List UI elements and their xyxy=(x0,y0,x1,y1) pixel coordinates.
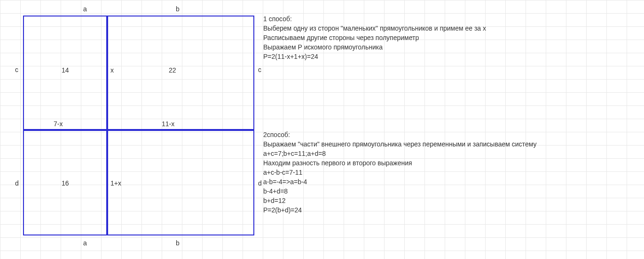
label-c-left: c xyxy=(15,66,18,73)
method-2-line-5: a-b=-4=>a=b-4 xyxy=(263,177,536,186)
method-1-text: 1 способ: Выберем одну из сторон "малень… xyxy=(263,14,486,61)
label-c-right: c xyxy=(258,66,261,73)
method-1-line-1: Выберем одну из сторон "маленьких" прямо… xyxy=(263,24,486,33)
method-2-line-7: b+d=12 xyxy=(263,196,536,205)
method-2-line-6: b-4+d=8 xyxy=(263,186,536,196)
method-2-title: 2способ: xyxy=(263,130,536,139)
method-1-line-3: Выражаем Р искомого прямоугольника xyxy=(263,42,486,52)
rect-top-right xyxy=(107,16,254,130)
method-2-line-3: Находим разность первого и второго выраж… xyxy=(263,158,536,168)
label-x: x xyxy=(110,66,114,74)
method-2-line-2: a+c=7;b+c=11;a+d=8 xyxy=(263,149,536,158)
method-1-line-4: Р=2(11-х+1+х)=24 xyxy=(263,52,486,61)
label-value-14: 14 xyxy=(62,66,69,74)
label-value-16: 16 xyxy=(62,179,69,187)
label-b-top: b xyxy=(176,5,180,13)
rect-bottom-right xyxy=(107,130,254,235)
label-a-top: a xyxy=(83,5,87,13)
label-d-right: d xyxy=(258,179,262,187)
label-b-bottom: b xyxy=(176,239,180,247)
method-2-line-8: P=2(b+d)=24 xyxy=(263,205,536,215)
label-11-minus-x: 11-x xyxy=(162,120,174,128)
label-7-minus-x: 7-x xyxy=(54,120,63,128)
method-2-text: 2способ: Выражаем "части" внешнего прямо… xyxy=(263,130,536,215)
method-2-line-4: a+c-b-c=7-11 xyxy=(263,168,536,177)
label-value-22: 22 xyxy=(169,66,176,74)
rectangle-diagram: a b a b c c d d 14 22 16 x 7-x 11-x 1+x xyxy=(23,16,254,235)
method-2-line-1: Выражаем "части" внешнего прямоугольника… xyxy=(263,139,536,149)
label-1-plus-x: 1+x xyxy=(110,179,121,187)
method-1-line-2: Расписываем другие стороны через полупер… xyxy=(263,33,486,42)
label-d-left: d xyxy=(15,179,19,187)
label-a-bottom: a xyxy=(83,239,87,247)
method-1-title: 1 способ: xyxy=(263,14,486,24)
